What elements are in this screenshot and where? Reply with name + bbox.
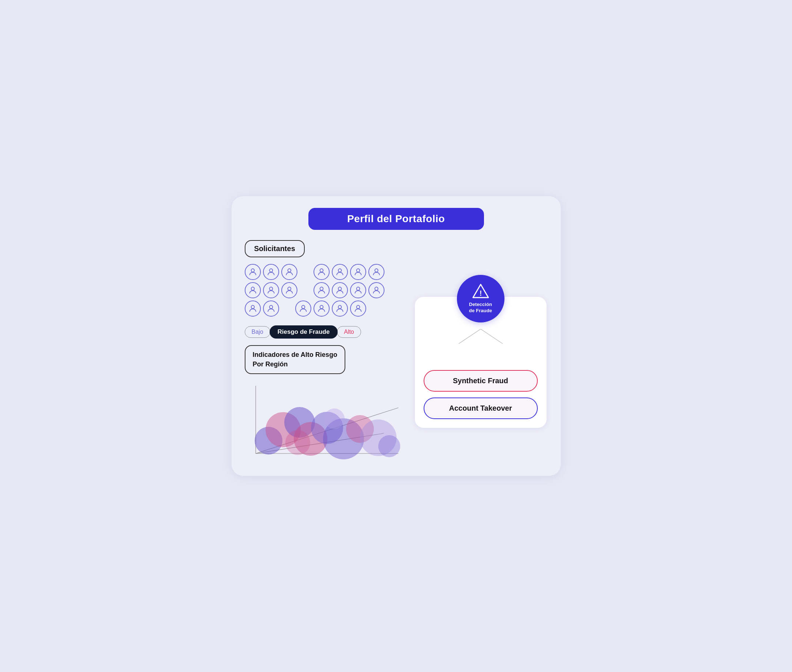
fraud-detection-circle: ! Detecciónde Fraude [457,275,505,322]
svg-point-19 [356,306,359,309]
svg-point-11 [338,287,341,291]
svg-point-33 [378,435,400,457]
svg-point-8 [269,287,273,291]
avatar [313,301,330,317]
fraud-types-list: Synthetic Fraud Account Takeover [424,370,538,419]
account-takeover-label: Account Takeover [449,404,512,412]
svg-point-0 [251,269,254,272]
avatar [350,301,366,317]
avatar [332,264,348,280]
avatar [281,282,297,298]
avatar [368,282,385,298]
page-title: Perfil del Portafolio [347,213,445,224]
avatar [245,301,261,317]
avatar [313,264,330,280]
solicitantes-label: Solicitantes [245,240,305,257]
svg-point-18 [338,306,341,309]
svg-point-15 [269,306,273,309]
svg-point-14 [251,306,254,309]
risk-bar: Bajo Riesgo de Fraude Alto [245,325,402,339]
avatar [245,264,261,280]
avatar [332,301,348,317]
svg-point-32 [285,430,310,455]
warning-icon: ! [472,283,489,301]
svg-point-13 [375,287,378,291]
risk-centro-label: Riesgo de Fraude [270,325,338,339]
svg-point-5 [356,269,359,272]
svg-point-2 [287,269,291,272]
svg-point-4 [338,269,341,272]
avatar [350,282,366,298]
risk-bajo-label: Bajo [245,326,270,338]
svg-point-17 [320,306,323,309]
svg-point-7 [251,287,254,291]
avatar [263,282,279,298]
fraud-detection-card: ! Detecciónde Fraude [415,297,546,428]
detection-circle-text: Detecciónde Fraude [469,302,492,314]
bubble-chart-svg [245,382,402,462]
connector-svg [424,329,538,347]
avatar [245,282,261,298]
avatar [313,282,330,298]
avatar [368,264,385,280]
svg-line-36 [459,329,481,344]
bubble-chart [245,382,402,462]
svg-point-10 [320,287,323,291]
avatar [332,282,348,298]
svg-point-3 [320,269,323,272]
left-column: Solicitantes [245,240,402,462]
svg-point-12 [356,287,359,291]
avatar [263,301,279,317]
synthetic-fraud-box: Synthetic Fraud [424,370,538,392]
svg-point-16 [302,306,305,309]
svg-line-37 [481,329,503,344]
main-layout: Solicitantes [245,240,548,462]
synthetic-fraud-label: Synthetic Fraud [453,377,508,385]
indicadores-label: Indicadores de Alto Riesgo Por Región [245,345,345,374]
avatar [263,264,279,280]
title-bar: Perfil del Portafolio [308,208,484,230]
right-column: ! Detecciónde Fraude [414,240,548,462]
avatar-group [245,264,398,317]
avatar [350,264,366,280]
svg-point-6 [375,269,378,272]
portfolio-card: Perfil del Portafolio Solicitantes [232,196,561,475]
risk-alto-label: Alto [337,326,361,338]
connector-area [424,329,538,341]
avatar [295,301,311,317]
svg-point-1 [269,269,273,272]
right-col-wrapper: ! Detecciónde Fraude [415,275,546,428]
account-takeover-box: Account Takeover [424,397,538,419]
svg-text:!: ! [479,289,482,297]
svg-point-9 [287,287,291,291]
svg-point-34 [324,408,345,429]
avatar [281,264,297,280]
